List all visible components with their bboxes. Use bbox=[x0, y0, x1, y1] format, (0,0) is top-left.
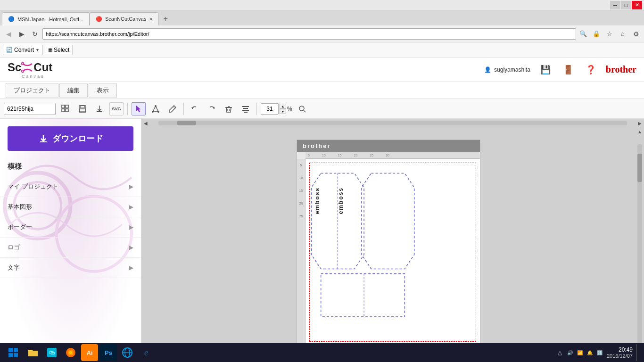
canvas-main: brother 5 10 15 20 25 30 5 bbox=[141, 127, 644, 362]
tab-msn[interactable]: 🔵 MSN Japan - Hotmail, Outl... bbox=[2, 12, 90, 25]
select-tool-button[interactable] bbox=[132, 102, 146, 115]
pattern-item-logo[interactable]: ロゴ ▶ bbox=[0, 238, 141, 258]
zoom-up-button[interactable]: ▲ bbox=[280, 104, 286, 109]
svg-point-16 bbox=[299, 106, 304, 111]
delete-button[interactable] bbox=[222, 102, 236, 115]
tab-icon-msn: 🔵 bbox=[8, 16, 15, 22]
pattern-item-label: マイ プロジェクト bbox=[8, 182, 58, 191]
tray-chevron[interactable]: △ bbox=[556, 348, 564, 357]
menu-edit[interactable]: 編集 bbox=[59, 83, 88, 98]
tray-icon-3[interactable]: 🔔 bbox=[586, 348, 594, 357]
app-toolbar: 🔄 Convert ▼ ▦ Select bbox=[0, 42, 644, 58]
left-panel: ダウンロード 模様 マイ プロジェクト ▶ 基本図形 ▶ ボーダー ▶ ロゴ ▶… bbox=[0, 119, 141, 362]
work-area: emboss emboss bbox=[305, 159, 480, 346]
settings-button[interactable]: ⚙ bbox=[631, 29, 641, 39]
tab-close-button[interactable]: ✕ bbox=[149, 16, 153, 22]
home-button[interactable]: ⌂ bbox=[618, 29, 628, 39]
design-svg bbox=[305, 159, 480, 346]
grid-tool-button[interactable] bbox=[58, 102, 73, 115]
tray-icon-4[interactable]: 🔠 bbox=[595, 348, 604, 357]
svg-rect-15 bbox=[244, 112, 248, 113]
maximize-button[interactable]: □ bbox=[621, 1, 631, 9]
select-button[interactable]: ▦ Select bbox=[45, 45, 73, 55]
pattern-item-border[interactable]: ボーダー ▶ bbox=[0, 217, 141, 238]
star-icon[interactable]: ☆ bbox=[604, 29, 615, 39]
close-button[interactable]: ✕ bbox=[632, 1, 642, 9]
scroll-v-thumb[interactable] bbox=[637, 154, 642, 182]
scroll-right-button[interactable]: ▶ bbox=[636, 119, 644, 127]
pattern-list: マイ プロジェクト ▶ 基本図形 ▶ ボーダー ▶ ロゴ ▶ 文字 ▶ bbox=[0, 177, 141, 362]
brother-logo: brother bbox=[606, 64, 636, 75]
grid-icon bbox=[61, 105, 70, 113]
convert-dropdown-arrow: ▼ bbox=[35, 48, 40, 52]
menu-project[interactable]: プロジェクト bbox=[6, 83, 58, 98]
new-tab-button[interactable]: + bbox=[159, 12, 172, 25]
pattern-item-text[interactable]: 文字 ▶ bbox=[0, 258, 141, 278]
address-input[interactable] bbox=[42, 28, 576, 40]
address-bar: ◀ ▶ ↻ 🔍 🔒 ☆ ⌂ ⚙ bbox=[0, 25, 644, 42]
menu-bar: プロジェクト 編集 表示 bbox=[0, 82, 644, 99]
zoom-search-button[interactable] bbox=[295, 102, 309, 115]
pattern-item-arrow: ▶ bbox=[129, 244, 133, 251]
zoom-percent-label: % bbox=[287, 106, 292, 112]
separator-3 bbox=[256, 103, 257, 115]
tab-scanncutcanvas[interactable]: 🔴 ScanNCutCanvas ✕ bbox=[90, 12, 159, 25]
canvas-viewport[interactable]: brother 5 10 15 20 25 30 5 bbox=[141, 127, 636, 362]
scroll-up-button[interactable]: ▲ bbox=[636, 127, 644, 136]
menu-view[interactable]: 表示 bbox=[89, 83, 117, 98]
download-icon bbox=[95, 105, 104, 113]
system-tray: △ 🔊 📶 🔔 🔠 bbox=[556, 348, 604, 357]
align-icon bbox=[241, 105, 250, 113]
pattern-item-arrow: ▶ bbox=[129, 264, 133, 271]
select-icon: ▦ bbox=[48, 47, 52, 52]
tray-icon-1[interactable]: 🔊 bbox=[566, 348, 574, 357]
emboss-text-left: emboss bbox=[314, 187, 321, 214]
logo-scissor-icon bbox=[21, 62, 33, 73]
scroll-left-button[interactable]: ◀ bbox=[141, 119, 150, 127]
download-tool-button[interactable] bbox=[92, 102, 107, 115]
logo-scan-text: Sc bbox=[8, 61, 21, 74]
system-clock: 20:49 2016/12/07 bbox=[607, 346, 633, 359]
help-button[interactable]: ❓ bbox=[583, 62, 598, 77]
emboss-text-right: emboss bbox=[338, 187, 344, 214]
svg-text:e: e bbox=[144, 348, 148, 357]
svg-point-10 bbox=[152, 111, 154, 113]
cutting-mat: brother 5 10 15 20 25 30 5 bbox=[297, 140, 480, 356]
convert-button[interactable]: 🔄 Convert ▼ bbox=[3, 45, 43, 55]
download-button[interactable]: ダウンロード bbox=[8, 126, 133, 151]
minimize-button[interactable]: ─ bbox=[610, 1, 620, 9]
ruler-vertical: 5 10 15 20 25 bbox=[297, 159, 305, 346]
zoom-down-button[interactable]: ▼ bbox=[280, 109, 286, 114]
svg-rect-23 bbox=[321, 274, 405, 317]
zoom-input[interactable] bbox=[261, 103, 279, 115]
forward-button[interactable]: ▶ bbox=[16, 28, 27, 40]
undo-button[interactable] bbox=[188, 102, 202, 115]
scroll-h-thumb[interactable] bbox=[177, 121, 196, 125]
search-nav-button[interactable]: 🔍 bbox=[578, 29, 588, 39]
pattern-item-basic-shapes[interactable]: 基本図形 ▶ bbox=[0, 197, 141, 217]
scroll-h-track[interactable] bbox=[158, 121, 627, 125]
refresh-button[interactable]: ↻ bbox=[29, 28, 41, 40]
back-button[interactable]: ◀ bbox=[3, 28, 14, 40]
ruler-horizontal: 5 10 15 20 25 30 bbox=[305, 152, 480, 159]
save-tool-button[interactable] bbox=[75, 102, 90, 115]
lock-icon: 🔒 bbox=[591, 29, 602, 39]
tab-icon-snc: 🔴 bbox=[96, 16, 102, 22]
project-name-input[interactable] bbox=[4, 103, 56, 115]
redo-icon bbox=[207, 105, 216, 113]
undo-icon bbox=[190, 105, 199, 113]
show-desktop-button[interactable] bbox=[636, 344, 640, 361]
convert-label: Convert bbox=[14, 47, 34, 53]
redo-button[interactable] bbox=[205, 102, 219, 115]
pattern-item-my-projects[interactable]: マイ プロジェクト ▶ bbox=[0, 177, 141, 197]
separator-1 bbox=[127, 103, 128, 115]
save-cloud-button[interactable]: 💾 bbox=[538, 62, 553, 77]
align-button[interactable] bbox=[239, 102, 253, 115]
tray-icon-2[interactable]: 📶 bbox=[576, 348, 584, 357]
user-info: 👤 sugiyamashita bbox=[484, 66, 530, 73]
scroll-v-track[interactable] bbox=[637, 144, 642, 352]
svg-tool-button[interactable]: SVG bbox=[109, 102, 124, 115]
pen-tool-button[interactable] bbox=[165, 102, 180, 115]
logout-button[interactable]: 🚪 bbox=[561, 62, 576, 77]
node-tool-button[interactable] bbox=[149, 102, 163, 115]
